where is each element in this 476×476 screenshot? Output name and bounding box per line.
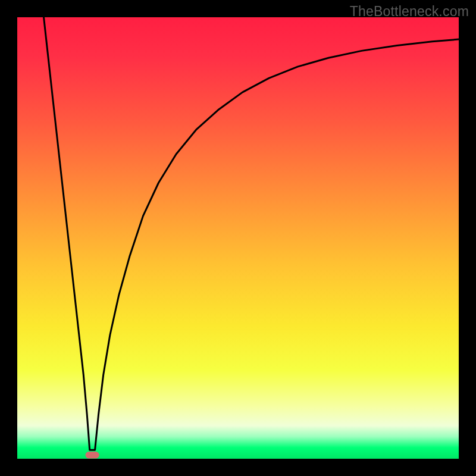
bottleneck-curve-plot bbox=[17, 17, 459, 459]
marker-group bbox=[86, 452, 99, 458]
watermark-text: TheBottleneck.com bbox=[350, 4, 469, 20]
minimum-marker bbox=[86, 452, 99, 458]
bottleneck-curve bbox=[44, 17, 459, 450]
curve-group bbox=[44, 17, 459, 450]
chart-frame: TheBottleneck.com bbox=[0, 0, 476, 476]
plot-area bbox=[17, 17, 459, 459]
